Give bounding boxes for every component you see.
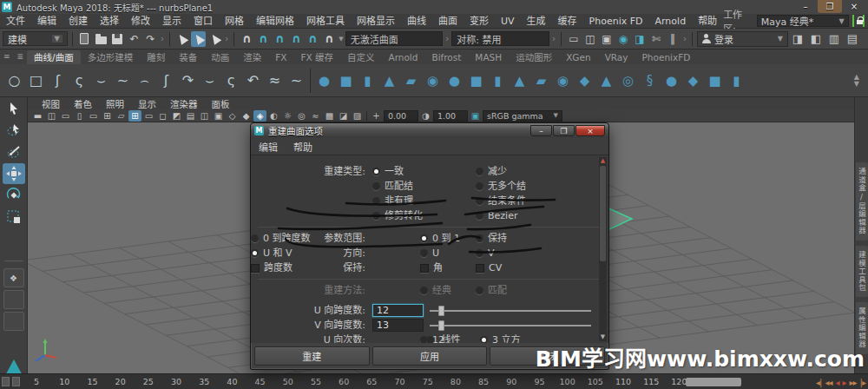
ipr-render-icon[interactable]: ▣ — [599, 31, 615, 47]
shelf-tab[interactable]: PhoenixFD — [635, 50, 698, 64]
rebuild-type-radio[interactable]: 一致 — [372, 164, 476, 179]
select-by-hierarchy-icon[interactable] — [174, 31, 189, 47]
dialog-scrollbar[interactable]: ▲ ▼ — [599, 157, 607, 341]
nurbs-square-icon[interactable]: □ — [25, 68, 47, 94]
rebuild-type-radio[interactable]: 结束条件 — [476, 194, 526, 208]
cv-curve-tool-icon[interactable]: ʃ — [47, 68, 69, 94]
four-pane-layout-button[interactable] — [3, 290, 24, 309]
shelf-tab[interactable]: FX — [268, 50, 293, 64]
direction-radio[interactable]: U — [420, 246, 439, 260]
snap-projected-center-icon[interactable]: ∩ — [288, 31, 304, 47]
poly-soccer-icon[interactable]: ● — [661, 68, 682, 94]
panel-menu-item[interactable]: 视图 — [35, 97, 67, 110]
menu-item[interactable]: Arnold — [649, 14, 693, 29]
u-spans-slider-handle[interactable] — [438, 306, 444, 316]
menu-item[interactable]: 创建 — [62, 14, 94, 29]
param-range-radio[interactable]: 保持 — [476, 231, 507, 246]
shelf-tab[interactable]: 动画 — [204, 50, 236, 64]
shelf-scroll-arrows[interactable]: ▲▼ — [854, 74, 865, 88]
keep-cv-checkbox[interactable]: CV — [476, 260, 502, 275]
poly-cube-icon[interactable]: ■ — [465, 68, 487, 94]
tab-modeling-toolkit[interactable]: 建模工具包 — [856, 246, 868, 298]
login-dropdown[interactable]: 登录 ▼ — [697, 31, 788, 47]
v-spans-slider[interactable] — [430, 325, 591, 326]
insert-knot-icon[interactable]: ς — [220, 68, 242, 94]
go-to-end-icon[interactable]: |▸ — [860, 378, 865, 387]
dialog-menu-item[interactable]: 编辑 — [251, 140, 286, 154]
rebuild-type-radio[interactable]: 非有理 — [372, 194, 476, 208]
menu-item[interactable]: Phoenix FD — [583, 14, 649, 29]
paint-select-tool[interactable] — [3, 142, 25, 162]
nurbs-torus-icon[interactable]: ◉ — [422, 68, 444, 94]
timeline-left-icons[interactable] — [2, 377, 20, 386]
poly-helix-icon[interactable]: § — [639, 68, 661, 94]
select-camera-icon[interactable]: ▬ — [31, 110, 44, 122]
field-chart-icon[interactable]: ▤ — [184, 110, 197, 122]
resolution-gate-icon[interactable]: ◻ — [156, 110, 169, 122]
menu-item[interactable]: 变形 — [464, 14, 495, 29]
u-spans-slider[interactable] — [430, 310, 591, 312]
gamma-field[interactable]: 1.00 — [433, 110, 468, 122]
render-sequence-icon[interactable]: ◨ — [632, 31, 648, 47]
pencil-curve-tool-icon[interactable]: ⌣ — [90, 68, 112, 94]
ep-curve-tool-icon[interactable]: ς — [69, 68, 90, 94]
render-view-icon[interactable]: ◫ — [582, 31, 598, 47]
nurbs-circle-icon[interactable]: ○ — [3, 68, 25, 94]
shelf-tab[interactable]: 渲染 — [236, 50, 268, 64]
panel-menu-item[interactable]: 渲染器 — [163, 97, 205, 110]
two-d-pan-zoom-icon[interactable]: ⊞ — [101, 110, 114, 122]
make-live-icon[interactable]: ∩ — [321, 31, 337, 47]
rebuild-type-radio[interactable]: 减少 — [476, 164, 526, 179]
active-surface-field[interactable]: 无激活曲面 — [345, 31, 444, 46]
poly-platonic-icon[interactable]: ◆ — [682, 68, 704, 94]
grease-pencil-icon[interactable]: ▱ — [115, 110, 128, 122]
camera-attributes-icon[interactable]: ▭ — [59, 110, 72, 122]
nurbs-sphere-icon[interactable]: ● — [313, 68, 335, 94]
shelf-tab[interactable]: VRay — [598, 50, 635, 64]
menu-item[interactable]: 窗口 — [187, 14, 219, 29]
shelf-tab[interactable]: Bifrost — [424, 50, 468, 64]
outliner-toggle-icon[interactable]: ▤ — [845, 31, 860, 47]
poly-pipe-icon[interactable]: ◎ — [617, 68, 639, 94]
attribute-editor-toggle-icon[interactable]: ◨ — [790, 31, 806, 47]
redo-icon[interactable]: ↷ — [143, 31, 158, 47]
rebuild-type-radio[interactable]: 修剪转化 — [372, 208, 476, 223]
menu-item[interactable]: 曲线 — [401, 14, 432, 29]
menu-item[interactable]: 网格显示 — [351, 14, 401, 29]
move-tool[interactable] — [3, 163, 25, 184]
two-pane-layout-button[interactable] — [3, 312, 24, 331]
v-spans-input[interactable] — [372, 319, 424, 332]
shelf-menu-icon[interactable]: ≡ — [0, 49, 14, 64]
select-by-component-icon[interactable] — [207, 31, 222, 47]
scale-tool[interactable] — [3, 207, 25, 227]
exposure-icon[interactable]: + — [370, 110, 383, 122]
use-default-material-icon[interactable]: ◐ — [267, 110, 280, 122]
lighting-icon[interactable]: ☼ — [281, 110, 294, 122]
menu-item[interactable]: 修改 — [125, 14, 156, 29]
poly-plane-icon[interactable]: ▰ — [530, 68, 552, 94]
attach-curves-icon[interactable]: ↷ — [177, 68, 199, 94]
scrollbar-thumb[interactable] — [600, 166, 606, 261]
shaded-icon[interactable]: ◆ — [240, 110, 253, 122]
u-degree-radio[interactable]: 3 立方 — [480, 333, 521, 343]
detach-curves-icon[interactable]: ⌣ — [199, 68, 220, 94]
motion-blur-icon[interactable]: ▩ — [323, 110, 336, 122]
keep-corners-checkbox[interactable]: 角 — [420, 260, 443, 275]
grid-icon[interactable]: ⊞ — [128, 110, 141, 122]
panel-menu-item[interactable]: 面板 — [205, 97, 237, 110]
three-point-arc-icon[interactable]: ⌢ — [134, 68, 155, 94]
rebuild-type-radio[interactable]: 无多个结 — [476, 179, 526, 194]
cut-icon[interactable]: ✄ — [648, 31, 664, 47]
lock-camera-icon[interactable]: ◫ — [45, 110, 58, 122]
color-management-icon[interactable]: ▣ — [469, 110, 482, 122]
panel-menu-item[interactable]: 显示 — [131, 97, 163, 110]
step-forward-frame-icon[interactable]: ▸▸ — [850, 378, 857, 387]
poly-cylinder-icon[interactable]: ▮ — [487, 68, 509, 94]
safe-title-icon[interactable]: ▣ — [212, 110, 225, 122]
safe-action-icon[interactable]: ◫ — [198, 110, 211, 122]
bezier-curve-tool-icon[interactable]: ~ — [112, 68, 134, 94]
rebuild-curve-icon[interactable]: ~ — [286, 68, 307, 94]
menu-item[interactable]: 帮助 — [692, 14, 723, 29]
symmetry-field[interactable]: 对称: 禁用 — [451, 31, 549, 46]
menu-item[interactable]: 网格 — [219, 14, 250, 29]
